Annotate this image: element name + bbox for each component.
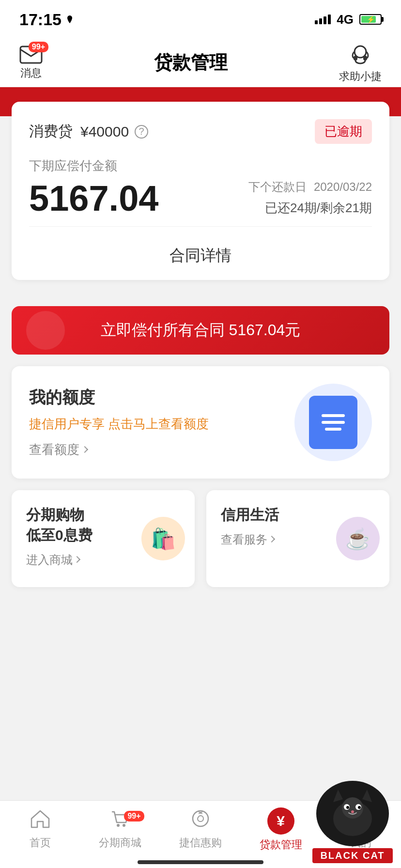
chevron-right-icon	[268, 536, 275, 542]
loan-card-header: 消费贷 ¥40000 ? 已逾期	[29, 119, 372, 144]
nav-label-mall: 分期商城	[99, 836, 141, 850]
clipboard-line-1	[322, 414, 345, 417]
chevron-right-icon	[74, 556, 80, 563]
page-title: 贷款管理	[154, 50, 228, 75]
status-time: 17:15	[19, 10, 74, 29]
coupon-icon	[190, 809, 211, 833]
black-cat-watermark: BLACK CAT	[304, 771, 401, 868]
bottom-cards-row: 分期购物 低至0息费 进入商城 🛍️ 信用生活 查看服务 ☕	[12, 490, 389, 587]
lightning-icon: ⚡	[367, 16, 375, 23]
credit-title: 我的额度	[29, 387, 209, 409]
main-content: 消费贷 ¥40000 ? 已逾期 下期应偿付金额 5167.04 下个还款日 2…	[0, 116, 401, 587]
credit-illustration	[294, 384, 372, 461]
payment-amount: 5167.04	[29, 181, 159, 217]
svg-point-5	[123, 824, 125, 827]
status-icons: 4G ⚡	[315, 12, 382, 27]
cart-badge: 99+	[124, 811, 144, 822]
nav-item-mall[interactable]: 99+ 分期商城	[80, 801, 161, 858]
nav-item-benefits[interactable]: 捷信惠购	[160, 801, 241, 858]
black-cat-logo	[316, 781, 389, 846]
clipboard-icon	[309, 396, 357, 449]
svg-marker-12	[362, 790, 372, 802]
mail-icon: 99+	[19, 46, 43, 64]
svg-point-4	[117, 824, 120, 827]
coffee-icon: ☕	[336, 517, 380, 560]
yuan-icon: ¥	[267, 807, 294, 835]
chevron-right-icon	[81, 446, 88, 452]
cat-face-svg	[324, 785, 382, 843]
clipboard-line-2	[322, 421, 345, 424]
nav-item-home[interactable]: 首页	[0, 801, 80, 858]
network-type: 4G	[337, 12, 354, 27]
nav-bar: 99+ 消息 贷款管理 求助小捷	[0, 39, 401, 87]
home-icon	[30, 809, 51, 833]
nav-label-benefits: 捷信惠购	[179, 836, 222, 850]
help-circle-icon[interactable]: ?	[135, 125, 148, 139]
svg-point-15	[346, 806, 349, 809]
home-indicator	[138, 860, 263, 864]
loan-card: 消费贷 ¥40000 ? 已逾期 下期应偿付金额 5167.04 下个还款日 2…	[12, 102, 389, 280]
black-cat-label: BLACK CAT	[312, 848, 392, 863]
credit-limit-card: 我的额度 捷信用户专享 点击马上查看额度 查看额度	[12, 366, 389, 479]
payment-info: 下个还款日 2020/03/22 已还24期/剩余21期	[248, 179, 372, 217]
pay-all-button[interactable]: 立即偿付所有合同 5167.04元	[12, 306, 389, 355]
credit-life-card: 信用生活 查看服务 ☕	[206, 490, 389, 587]
card-divider	[29, 226, 372, 227]
shopping-bag-icon: 🛍️	[141, 517, 185, 560]
next-payment-label: 下期应偿付金额	[29, 157, 372, 174]
messages-button[interactable]: 99+ 消息	[19, 46, 43, 80]
contract-detail-button[interactable]: 合同详情	[29, 232, 372, 280]
help-button[interactable]: 求助小捷	[339, 42, 382, 84]
headset-icon	[349, 42, 372, 67]
credit-subtitle: 捷信用户专享 点击马上查看额度	[29, 416, 209, 433]
nav-label-loans: 贷款管理	[260, 837, 302, 852]
battery-icon: ⚡	[359, 14, 382, 25]
messages-badge: 99+	[29, 42, 48, 52]
help-label: 求助小捷	[339, 69, 382, 84]
credit-link[interactable]: 查看额度	[29, 441, 209, 458]
periods-info: 已还24期/剩余21期	[248, 200, 372, 217]
cart-icon-wrapper: 99+	[109, 809, 131, 833]
clipboard-line-3	[325, 428, 341, 431]
loan-type: 消费贷 ¥40000 ?	[29, 122, 148, 141]
messages-label: 消息	[20, 66, 42, 80]
svg-point-17	[351, 810, 354, 813]
location-icon	[65, 15, 74, 24]
payment-row: 5167.04 下个还款日 2020/03/22 已还24期/剩余21期	[29, 179, 372, 217]
next-date: 下个还款日 2020/03/22	[248, 179, 372, 195]
svg-marker-11	[333, 790, 343, 802]
signal-bars	[315, 15, 331, 24]
credit-card-content: 我的额度 捷信用户专享 点击马上查看额度 查看额度	[29, 387, 209, 458]
svg-point-16	[358, 806, 361, 809]
shopping-card: 分期购物 低至0息费 进入商城 🛍️	[12, 490, 195, 587]
overdue-badge: 已逾期	[315, 119, 372, 144]
status-bar: 17:15 4G ⚡	[0, 0, 401, 39]
nav-label-home: 首页	[30, 836, 51, 850]
